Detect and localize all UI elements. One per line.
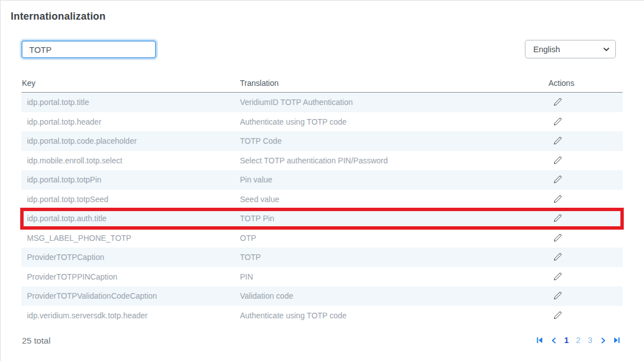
table-body: idp.portal.totp.title VeridiumID TOTP Au… (21, 93, 623, 325)
page-number-2[interactable]: 2 (575, 336, 582, 345)
table-row: idp.mobile.enroll.totp.select Select TOT… (21, 151, 623, 171)
row-key: idp.mobile.enroll.totp.select (21, 156, 238, 165)
row-translation: OTP (238, 234, 548, 243)
edit-button[interactable] (552, 252, 563, 262)
row-key: idp.portal.totp.title (21, 98, 238, 107)
row-translation: TOTP (238, 253, 548, 262)
row-key: idp.veridium.serversdk.totp.header (21, 311, 238, 320)
language-select[interactable]: English (525, 40, 616, 58)
edit-button[interactable] (552, 116, 563, 127)
row-key: idp.portal.totp.header (21, 117, 238, 126)
pencil-icon (554, 234, 562, 242)
next-page-button[interactable] (598, 336, 607, 345)
edit-button[interactable] (552, 174, 563, 185)
edit-button[interactable] (552, 213, 563, 223)
table-row: idp.veridium.serversdk.totp.header Authe… (21, 306, 623, 326)
pencil-icon (554, 291, 562, 300)
row-key: idp.portal.totp.totpPin (21, 175, 238, 184)
previous-page-button[interactable] (549, 336, 558, 345)
table-header: Key Translation Actions (21, 74, 623, 93)
last-page-icon (614, 337, 620, 344)
row-actions (548, 310, 623, 321)
pencil-icon (554, 175, 562, 184)
pencil-icon (554, 156, 562, 164)
table-row: idp.portal.totp.auth.title TOTP Pin (21, 209, 623, 229)
row-actions (548, 155, 623, 166)
edit-button[interactable] (552, 290, 563, 301)
row-translation: Select TOTP authentication PIN/Password (238, 156, 548, 165)
pencil-icon (554, 136, 562, 145)
column-header-key: Key (21, 79, 238, 88)
row-key: ProviderTOTPPINCaption (21, 272, 238, 281)
next-page-icon (600, 337, 606, 344)
page-title: Internationalization (11, 11, 106, 22)
row-translation: Authenticate using TOTP code (238, 117, 548, 126)
table-row: MSG_LABEL_PHONE_TOTP OTP (21, 229, 623, 248)
page-number-1[interactable]: 1 (563, 336, 570, 345)
row-actions (548, 116, 623, 127)
edit-button[interactable] (552, 232, 563, 243)
edit-button[interactable] (552, 155, 563, 166)
row-translation: TOTP Pin (238, 214, 548, 223)
table-row: idp.portal.totp.title VeridiumID TOTP Au… (21, 93, 623, 112)
edit-button[interactable] (552, 135, 563, 146)
row-translation: Seed value (238, 195, 548, 204)
pencil-icon (554, 253, 562, 261)
table-row: idp.portal.totp.code.placeholder TOTP Co… (21, 131, 623, 151)
pencil-icon (554, 272, 562, 281)
pencil-icon (554, 311, 562, 319)
row-actions (548, 97, 623, 108)
previous-page-icon (551, 337, 557, 344)
row-key: MSG_LABEL_PHONE_TOTP (21, 234, 238, 243)
row-translation: PIN (238, 272, 548, 281)
row-actions (548, 290, 623, 301)
row-translation: TOTP Code (238, 136, 548, 145)
total-count: 25 total (22, 336, 51, 346)
translations-table: Key Translation Actions idp.portal.totp.… (21, 74, 623, 325)
row-actions (548, 135, 623, 147)
row-key: idp.portal.totp.totpSeed (21, 195, 238, 204)
search-input[interactable] (21, 40, 156, 58)
pagination: 1 2 3 (535, 336, 622, 345)
pencil-icon (554, 195, 562, 203)
last-page-button[interactable] (613, 336, 622, 345)
row-translation: VeridiumID TOTP Authentication (238, 98, 548, 107)
table-row: ProviderTOTPValidationCodeCaption Valida… (21, 286, 623, 306)
table-row: ProviderTOTPPINCaption PIN (21, 267, 623, 287)
pencil-icon (554, 214, 562, 222)
language-select-wrap: English (525, 40, 616, 58)
table-row: ProviderTOTPCaption TOTP (21, 248, 623, 267)
row-translation: Authenticate using TOTP code (238, 311, 548, 320)
edit-button[interactable] (552, 271, 563, 282)
row-key: ProviderTOTPCaption (21, 253, 238, 262)
row-actions (548, 271, 623, 282)
table-row: idp.portal.totp.totpPin Pin value (21, 170, 623, 190)
row-actions (548, 213, 623, 224)
row-actions (548, 174, 623, 185)
pencil-icon (554, 117, 562, 126)
column-header-translation: Translation (238, 79, 548, 88)
row-translation: Pin value (238, 175, 548, 184)
pencil-icon (554, 98, 562, 106)
page-number-3[interactable]: 3 (587, 336, 593, 345)
edit-button[interactable] (552, 310, 563, 321)
table-row: idp.portal.totp.totpSeed Seed value (21, 190, 623, 209)
first-page-icon (536, 337, 543, 344)
row-actions (548, 252, 623, 263)
column-header-actions: Actions (548, 79, 623, 88)
row-actions (548, 194, 623, 205)
row-key: idp.portal.totp.code.placeholder (21, 136, 238, 145)
edit-button[interactable] (552, 97, 563, 107)
table-row: idp.portal.totp.header Authenticate usin… (21, 112, 623, 132)
row-translation: Validation code (238, 291, 548, 300)
row-actions (548, 232, 623, 244)
edit-button[interactable] (552, 194, 563, 204)
first-page-button[interactable] (535, 336, 544, 345)
row-key: idp.portal.totp.auth.title (21, 214, 238, 223)
row-key: ProviderTOTPValidationCodeCaption (21, 291, 238, 300)
